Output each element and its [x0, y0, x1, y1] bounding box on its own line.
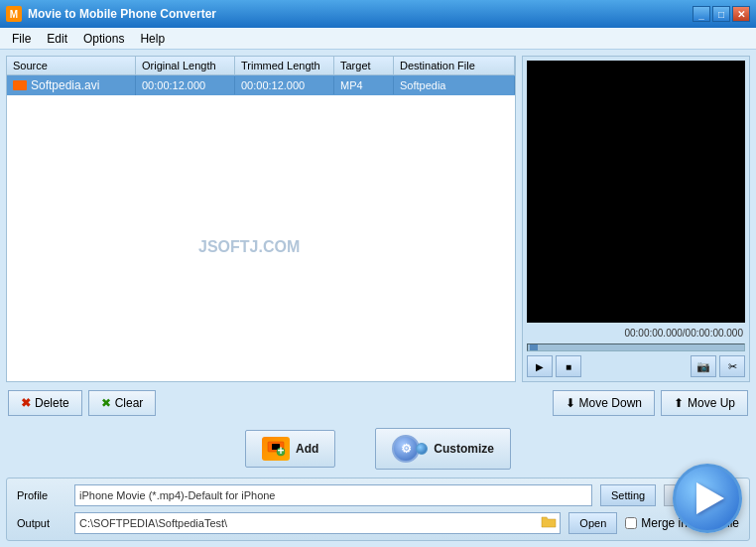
seek-thumb[interactable]	[530, 344, 538, 350]
col-header-trimmed: Trimmed Length	[235, 57, 334, 74]
cell-original-length: 00:00:12.000	[136, 76, 235, 94]
file-list-panel: Source Original Length Trimmed Length Ta…	[6, 56, 516, 382]
output-row: Output Open Merge into one file	[17, 512, 739, 534]
video-screen	[527, 61, 745, 323]
col-header-target: Target	[334, 57, 394, 74]
upper-section: Source Original Length Trimmed Length Ta…	[6, 56, 750, 382]
add-button[interactable]: + Add	[245, 430, 335, 468]
preview-panel: 00:00:00.000/00:00:00.000 ▶ ■ 📷 ✂	[522, 56, 750, 382]
menu-options[interactable]: Options	[75, 30, 132, 48]
col-header-destination: Destination File	[394, 57, 515, 74]
move-down-icon: ⬇	[566, 396, 575, 410]
run-button[interactable]	[673, 464, 742, 533]
menu-edit[interactable]: Edit	[39, 30, 75, 48]
clear-button[interactable]: ✖ Clear	[88, 390, 157, 416]
file-type-icon	[13, 80, 27, 90]
app-icon: M	[6, 6, 22, 22]
profile-label: Profile	[17, 489, 66, 501]
menu-file[interactable]: File	[4, 30, 39, 48]
delete-button[interactable]: ✖ Delete	[8, 390, 82, 416]
playback-buttons: ▶ ■	[527, 355, 581, 377]
customize-button[interactable]: ⚙ Customize	[375, 428, 511, 470]
col-header-source: Source	[7, 57, 136, 74]
output-input-wrap	[74, 512, 561, 534]
minimize-button[interactable]: _	[693, 6, 710, 22]
clip-button[interactable]: ✂	[719, 355, 745, 377]
col-header-original: Original Length	[136, 57, 235, 74]
cell-target: MP4	[334, 76, 394, 94]
file-list-header: Source Original Length Trimmed Length Ta…	[7, 57, 515, 75]
run-play-icon	[696, 482, 724, 514]
add-icon: +	[262, 437, 290, 461]
setting-button[interactable]: Setting	[600, 484, 656, 506]
player-controls: ▶ ■ 📷 ✂	[527, 355, 745, 377]
add-customize-bar: + Add ⚙ Customize	[6, 424, 750, 474]
time-display: 00:00:00.000/00:00:00.000	[527, 327, 745, 340]
delete-icon: ✖	[21, 396, 31, 410]
main-content: Source Original Length Trimmed Length Ta…	[0, 50, 756, 547]
seek-bar[interactable]	[527, 343, 745, 351]
file-list-empty-area	[7, 228, 515, 381]
file-list-body[interactable]: Softpedia.avi 00:00:12.000 00:00:12.000 …	[7, 75, 515, 228]
profile-row: Profile Setting Apply to all	[17, 484, 739, 506]
move-down-button[interactable]: ⬇ Move Down	[553, 390, 655, 416]
cell-destination: Softpedia	[394, 76, 515, 94]
customize-icon: ⚙	[392, 435, 428, 463]
utility-buttons: 📷 ✂	[691, 355, 745, 377]
table-row[interactable]: Softpedia.avi 00:00:12.000 00:00:12.000 …	[7, 75, 515, 95]
output-label: Output	[17, 517, 66, 529]
title-bar: M Movie to Mobile Phone Converter _ □ ✕	[0, 0, 756, 28]
stop-button[interactable]: ■	[556, 355, 581, 377]
app-title: Movie to Mobile Phone Converter	[28, 7, 216, 21]
folder-icon	[541, 515, 557, 531]
move-up-icon: ⬆	[674, 396, 684, 410]
cell-trimmed-length: 00:00:12.000	[235, 76, 334, 94]
output-input[interactable]	[74, 512, 561, 534]
cell-source: Softpedia.avi	[7, 75, 136, 95]
svg-text:+: +	[277, 444, 284, 457]
close-button[interactable]: ✕	[732, 6, 750, 22]
play-button[interactable]: ▶	[527, 355, 553, 377]
profile-input[interactable]	[74, 484, 592, 506]
maximize-button[interactable]: □	[712, 6, 730, 22]
move-up-button[interactable]: ⬆ Move Up	[661, 390, 748, 416]
button-bar: ✖ Delete ✖ Clear ⬇ Move Down ⬆ Move Up	[6, 386, 750, 420]
menu-help[interactable]: Help	[132, 30, 173, 48]
bottom-settings: Profile Setting Apply to all Output Open…	[6, 478, 750, 541]
clear-icon: ✖	[101, 396, 111, 410]
menu-bar: File Edit Options Help	[0, 28, 756, 50]
merge-checkbox[interactable]	[625, 517, 637, 529]
open-button[interactable]: Open	[568, 512, 617, 534]
snapshot-button[interactable]: 📷	[691, 355, 716, 377]
